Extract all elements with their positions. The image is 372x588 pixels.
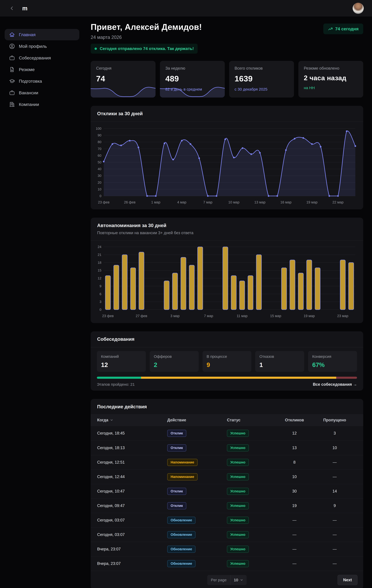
column-header-when[interactable]: Когда (97, 418, 167, 422)
svg-text:23 фев: 23 фев (98, 200, 109, 204)
action-badge: Отклик (167, 444, 186, 452)
svg-text:13 мар: 13 мар (254, 200, 265, 204)
svg-text:23 фев: 23 фев (102, 314, 114, 318)
cell-skipped: — (313, 547, 357, 551)
sidebar-item-главная[interactable]: Главная (5, 29, 79, 40)
cell-status: Успешно (227, 459, 276, 466)
recent-actions-card: Последние действия Когда Действие Статус… (91, 399, 363, 588)
status-badge: Успешно (227, 430, 249, 437)
svg-text:26 фев: 26 фев (124, 200, 135, 204)
cell-status: Успешно (227, 444, 276, 452)
interview-stat-конверсия: Конверсия67% (308, 351, 357, 372)
sidebar-item-label: Резюме (19, 67, 35, 72)
back-icon[interactable] (8, 5, 16, 12)
cell-status: Успешно (227, 430, 276, 437)
cell-action: Отклик (167, 488, 227, 495)
table-row[interactable]: Вчера, 23:07ОбновлениеУспешно—— (91, 556, 363, 571)
interview-stat-label: Конверсия (312, 354, 353, 359)
interviews-title: Собеседования (97, 336, 357, 342)
reminders-chart-title: Автонапоминания за 30 дней (97, 223, 357, 228)
table-row[interactable]: Сегодня, 18:13ОткликУспешно1310 (91, 441, 363, 455)
stat-card-2: Всего откликов1639с 30 декабря 2025 (229, 61, 294, 97)
sort-chevron-down-icon (110, 418, 113, 422)
sidebar-item-компании[interactable]: Компании (5, 99, 79, 110)
cell-skipped: 3 (313, 431, 357, 436)
reminders-chart-card: Автонапоминания за 30 дней Повторные отк… (91, 218, 363, 323)
cell-responses: 13 (276, 446, 313, 450)
cell-responses: — (276, 547, 313, 551)
status-badge: Успешно (227, 546, 249, 553)
next-page-button[interactable]: Next (338, 575, 358, 585)
stat-card-label: Всего откликов (235, 66, 289, 71)
action-badge: Отклик (167, 502, 186, 509)
table-row[interactable]: Сегодня, 03:07ОбновлениеУспешно—— (91, 513, 363, 527)
svg-text:12: 12 (98, 276, 101, 280)
briefcase-icon (9, 90, 15, 96)
status-badge: Успешно (227, 560, 249, 567)
status-badge: Успешно (227, 444, 249, 452)
cell-action: Напоминание (167, 473, 227, 480)
sidebar-item-мой-профиль[interactable]: Мой профиль (5, 41, 79, 52)
table-footer: Per page 10 Next (91, 571, 363, 588)
table-row[interactable]: Сегодня, 09:47ОткликУспешно199 (91, 498, 363, 513)
building-icon (9, 101, 15, 107)
svg-text:19 мар: 19 мар (306, 200, 318, 204)
action-badge: Напоминание (167, 473, 198, 480)
sidebar-item-резюме[interactable]: Резюме (5, 64, 79, 75)
svg-text:0: 0 (100, 194, 101, 198)
cell-responses: 19 (276, 504, 313, 508)
table-row[interactable]: Сегодня, 12:44НапоминаниеУспешно10— (91, 469, 363, 484)
table-row[interactable]: Сегодня, 03:07ОбновлениеУспешно—— (91, 527, 363, 542)
table-row[interactable]: Сегодня, 10:47ОткликУспешно3014 (91, 484, 363, 498)
svg-text:23 мар: 23 мар (337, 314, 348, 318)
table-row[interactable]: Сегодня, 18:45ОткликУспешно123 (91, 426, 363, 441)
interview-stat-value: 67% (312, 361, 353, 368)
stat-card-label: Резюме обновлено (304, 66, 358, 71)
app-logo[interactable]: m (22, 5, 28, 12)
action-badge: Обновление (167, 546, 196, 553)
user-icon (9, 43, 15, 49)
sidebar-item-собеседования[interactable]: Собеседования (5, 52, 79, 63)
per-page-select[interactable]: Per page 10 (207, 575, 247, 585)
stat-card-label: Сегодня (96, 66, 150, 71)
stat-card-sub: с 30 декабря 2025 (235, 87, 289, 92)
svg-text:18: 18 (98, 261, 101, 264)
interview-stat-label: В процессе (207, 354, 247, 359)
table-row[interactable]: Сегодня, 12:51НапоминаниеУспешно8— (91, 455, 363, 469)
sidebar-item-вакансии[interactable]: Вакансии (5, 87, 79, 98)
responses-chart-title: Отклики за 30 дней (97, 111, 357, 116)
column-header-skipped: Пропущено (313, 418, 357, 422)
all-interviews-link[interactable]: Все собеседования → (313, 382, 357, 387)
cell-responses: — (276, 518, 313, 523)
action-badge: Отклик (167, 430, 186, 437)
main-content: Привет, Алексей Демидов! 24 марта 2026 С… (84, 17, 372, 588)
per-page-value: 10 (234, 578, 238, 582)
responses-chart-card: Отклики за 30 дней 010203040506070809010… (91, 106, 363, 210)
sidebar-item-подготовка[interactable]: Подготовка (5, 75, 79, 87)
recent-actions-title: Последние действия (97, 404, 357, 410)
cell-action: Обновление (167, 531, 227, 538)
sidebar-item-label: Вакансии (19, 90, 38, 95)
svg-text:3: 3 (100, 300, 101, 304)
interviews-stats-row: Компаний12Офферов2В процессе9Отказов1Кон… (97, 351, 357, 372)
interview-stat-отказов: Отказов1 (255, 351, 304, 372)
today-trend-badge: 74 сегодня (323, 23, 363, 34)
svg-text:7 мар: 7 мар (204, 314, 213, 318)
table-row[interactable]: Вчера, 23:07ОбновлениеУспешно—— (91, 542, 363, 556)
stat-card-0: Сегодня74 (91, 61, 155, 97)
interview-stat-label: Отказов (259, 354, 300, 359)
responses-line-chart: 010203040506070809010023 фев26 фев1 мар4… (94, 124, 360, 207)
page-header: Привет, Алексей Демидов! 24 марта 2026 С… (91, 22, 363, 54)
action-badge: Напоминание (167, 459, 198, 466)
stat-card-value: 489 (165, 74, 219, 83)
svg-text:90: 90 (98, 133, 101, 137)
svg-text:1 мар: 1 мар (151, 200, 160, 204)
user-avatar[interactable] (353, 3, 364, 14)
cell-status: Успешно (227, 473, 276, 480)
cell-when: Вчера, 23:07 (97, 561, 167, 566)
status-badge: Успешно (227, 517, 249, 524)
cell-when: Вчера, 23:07 (97, 547, 167, 551)
cell-when: Сегодня, 18:13 (97, 446, 167, 450)
cell-skipped: — (313, 561, 357, 566)
interview-stat-офферов: Офферов2 (150, 351, 199, 372)
